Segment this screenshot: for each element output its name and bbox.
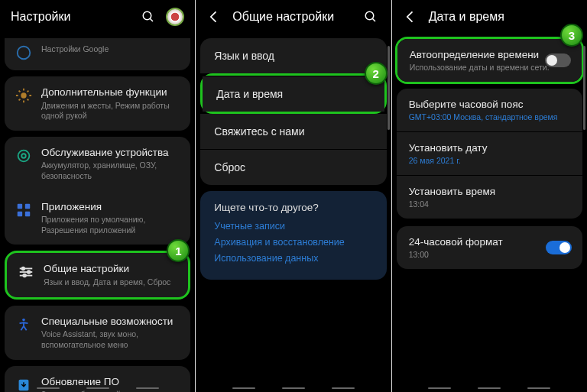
settings-item-apps[interactable]: Приложения Приложения по умолчанию, Разр… bbox=[5, 191, 190, 245]
item-title: Приложения bbox=[41, 200, 180, 214]
item-title: Дополнительные функции bbox=[41, 86, 180, 99]
svg-rect-6 bbox=[18, 203, 22, 208]
item-sub: GMT+03:00 Москва, стандартное время bbox=[409, 112, 570, 121]
step-badge-1: 1 bbox=[167, 239, 190, 262]
item-reset[interactable]: Сброс bbox=[200, 149, 386, 185]
page-title: Общие настройки bbox=[232, 10, 363, 24]
svg-point-0 bbox=[144, 11, 152, 20]
auto-time-highlight: Автоопределение времени Использование да… bbox=[395, 37, 584, 84]
item-sub: 26 мая 2021 г. bbox=[409, 156, 570, 165]
links-title: Ищете что-то другое? bbox=[214, 202, 372, 213]
item-title: Установить время bbox=[409, 186, 570, 197]
general-settings-panel: Общие настройки Язык и ввод Дата и время… bbox=[196, 0, 391, 392]
search-icon[interactable] bbox=[141, 10, 155, 24]
link-accounts[interactable]: Учетные записи bbox=[214, 221, 372, 232]
item-sub: Voice Assistant, звук моно, вспомогатель… bbox=[41, 329, 180, 350]
item-title: Выберите часовой пояс bbox=[409, 99, 570, 110]
svg-line-20 bbox=[372, 18, 375, 21]
item-sub: Движения и жесты, Режим работы одной рук… bbox=[41, 101, 180, 121]
date-time-panel: Дата и время Автоопределение времени Исп… bbox=[392, 0, 587, 392]
link-data-usage[interactable]: Использование данных bbox=[214, 253, 372, 264]
date-time-list: Выберите часовой пояс GMT+03:00 Москва, … bbox=[397, 89, 582, 219]
nav-bar bbox=[0, 387, 195, 389]
page-title: Дата и время bbox=[429, 10, 576, 24]
header: Общие настройки bbox=[196, 0, 391, 38]
item-title: Обслуживание устройства bbox=[41, 146, 180, 160]
svg-point-4 bbox=[18, 150, 30, 161]
item-language[interactable]: Язык и ввод bbox=[200, 38, 386, 73]
item-sub: Аккумулятор, хранилище, ОЗУ, безопасност… bbox=[41, 160, 180, 181]
settings-list: Настройки Google Дополнительные функции … bbox=[0, 38, 195, 392]
item-contact[interactable]: Свяжитесь с нами bbox=[200, 114, 386, 149]
auto-time-toggle[interactable] bbox=[545, 53, 571, 67]
header: Дата и время bbox=[392, 0, 587, 38]
step-badge-2: 2 bbox=[365, 62, 388, 85]
svg-rect-8 bbox=[18, 211, 22, 215]
svg-point-2 bbox=[18, 47, 31, 60]
settings-item-device-care[interactable]: Обслуживание устройства Аккумулятор, хра… bbox=[5, 137, 190, 191]
item-sub: 13:00 bbox=[409, 250, 570, 259]
item-title: Установить дату bbox=[409, 142, 570, 154]
header: Настройки bbox=[0, 0, 195, 38]
scrollbar[interactable] bbox=[388, 46, 390, 130]
svg-line-1 bbox=[151, 18, 154, 21]
item-sub: Настройки Google bbox=[41, 44, 180, 55]
settings-item-google[interactable]: Настройки Google bbox=[5, 38, 190, 70]
profile-avatar[interactable] bbox=[166, 8, 184, 26]
step-badge-3: 3 bbox=[560, 24, 583, 47]
item-sub: 13:04 bbox=[409, 199, 570, 209]
nav-bar bbox=[196, 387, 391, 389]
svg-point-19 bbox=[365, 11, 374, 20]
link-backup[interactable]: Архивация и восстановление bbox=[214, 237, 372, 248]
google-icon bbox=[15, 44, 32, 61]
format-group: 24-часовой формат 13:00 bbox=[397, 226, 582, 269]
search-icon[interactable] bbox=[364, 10, 378, 24]
nav-bar bbox=[392, 387, 587, 389]
item-set-time[interactable]: Установить время 13:04 bbox=[397, 176, 582, 219]
general-list: Язык и ввод Дата и время 2 Свяжитесь с н… bbox=[200, 38, 386, 185]
svg-point-5 bbox=[21, 154, 26, 158]
apps-icon bbox=[15, 202, 32, 219]
item-sub: Язык и ввод, Дата и время, Сброс bbox=[44, 277, 177, 288]
gear-icon bbox=[15, 87, 32, 104]
back-icon[interactable] bbox=[206, 9, 222, 24]
settings-panel: Настройки Настройки Google Дополнительны… bbox=[0, 0, 195, 392]
svg-point-14 bbox=[28, 271, 31, 274]
item-title: Общие настройки bbox=[44, 262, 177, 276]
svg-point-13 bbox=[22, 267, 25, 271]
accessibility-icon bbox=[15, 316, 32, 333]
back-icon[interactable] bbox=[403, 9, 418, 24]
item-title: Обновление ПО bbox=[41, 375, 180, 389]
item-title: Специальные возможности bbox=[41, 315, 180, 329]
scrollbar[interactable] bbox=[583, 46, 585, 130]
page-title: Настройки bbox=[11, 10, 141, 24]
sliders-icon bbox=[18, 264, 34, 280]
update-icon bbox=[15, 377, 32, 393]
item-sub: Приложения по умолчанию, Разрешения прил… bbox=[41, 215, 180, 235]
svg-point-3 bbox=[21, 92, 26, 98]
item-date-time[interactable]: Дата и время bbox=[203, 76, 384, 112]
related-links: Ищете что-то другое? Учетные записи Архи… bbox=[200, 191, 386, 280]
item-set-date[interactable]: Установить дату 26 мая 2021 г. bbox=[397, 132, 582, 175]
format-toggle[interactable] bbox=[546, 241, 572, 254]
svg-point-16 bbox=[22, 318, 25, 321]
svg-point-15 bbox=[23, 274, 26, 277]
item-timezone[interactable]: Выберите часовой пояс GMT+03:00 Москва, … bbox=[397, 89, 582, 131]
svg-rect-7 bbox=[25, 203, 30, 208]
device-care-icon bbox=[15, 147, 32, 164]
settings-item-general[interactable]: Общие настройки Язык и ввод, Дата и врем… bbox=[5, 251, 190, 299]
item-24h-format[interactable]: 24-часовой формат 13:00 bbox=[397, 226, 582, 269]
item-auto-time[interactable]: Автоопределение времени Использование да… bbox=[397, 39, 582, 82]
svg-rect-9 bbox=[25, 211, 30, 215]
settings-item-accessibility[interactable]: Специальные возможности Voice Assistant,… bbox=[5, 306, 190, 360]
settings-item-advanced[interactable]: Дополнительные функции Движения и жесты,… bbox=[5, 76, 190, 131]
